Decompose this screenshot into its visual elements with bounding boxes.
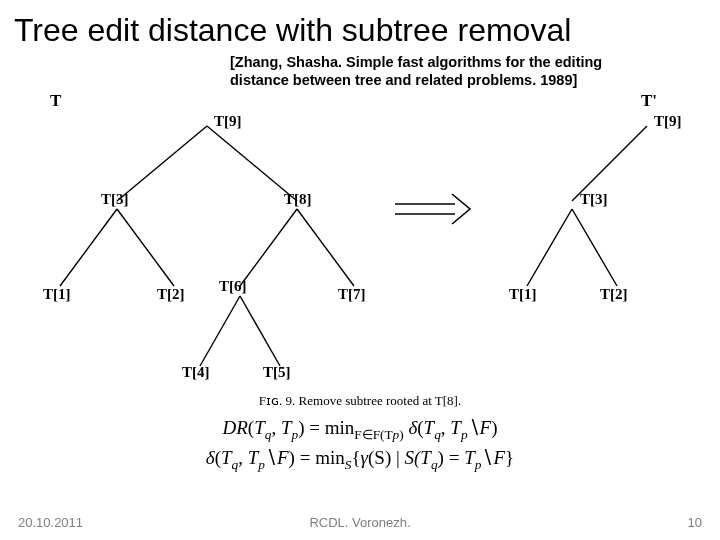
tree-Tp-label: T' <box>641 91 657 111</box>
footer-date: 20.10.2011 <box>18 515 83 530</box>
node-T6: T[6] <box>219 278 247 295</box>
footer-venue: RCDL. Voronezh. <box>309 515 410 530</box>
svg-line-3 <box>117 209 174 286</box>
svg-line-7 <box>240 296 280 366</box>
svg-line-9 <box>527 209 572 286</box>
node-T3: T[3] <box>101 191 129 208</box>
node-Tp9: T[9] <box>654 113 682 130</box>
citation: [Zhang, Shasha. Simple fast algorithms f… <box>230 53 720 89</box>
svg-line-10 <box>572 209 617 286</box>
svg-line-1 <box>207 126 297 201</box>
tree-T-label: T <box>50 91 61 111</box>
svg-line-8 <box>572 126 647 201</box>
slide-title: Tree edit distance with subtree removal <box>0 0 720 53</box>
svg-line-5 <box>297 209 354 286</box>
formula-1: DR(Tq, Tp) = minF∈F(Tp) δ(Tq, Tp∖F) <box>0 415 720 444</box>
node-T4: T[4] <box>182 364 210 381</box>
arrow-icon <box>395 194 470 224</box>
node-Tp3: T[3] <box>580 191 608 208</box>
node-Tp1: T[1] <box>509 286 537 303</box>
node-T5: T[5] <box>263 364 291 381</box>
node-Tp2: T[2] <box>600 286 628 303</box>
svg-line-6 <box>200 296 240 366</box>
svg-line-2 <box>60 209 117 286</box>
formulae: DR(Tq, Tp) = minF∈F(Tp) δ(Tq, Tp∖F) δ(Tq… <box>0 415 720 474</box>
svg-line-4 <box>240 209 297 286</box>
node-T8: T[8] <box>284 191 312 208</box>
figure-caption: Fɪɢ. 9. Remove subtree rooted at T[8]. <box>0 393 720 409</box>
tree-edges <box>0 91 720 391</box>
node-T7: T[7] <box>338 286 366 303</box>
citation-line2: distance between tree and related proble… <box>230 72 577 88</box>
footer-page: 10 <box>688 515 702 530</box>
node-T9: T[9] <box>214 113 242 130</box>
tree-diagram: T T' T[9] T[3] T[8] T[1] T[2] T[6] T[7] … <box>0 91 720 391</box>
citation-line1: [Zhang, Shasha. Simple fast algorithms f… <box>230 54 602 70</box>
svg-line-0 <box>117 126 207 201</box>
formula-2: δ(Tq, Tp∖F) = minS{γ(S) | S(Tq) = Tp∖F} <box>0 445 720 474</box>
node-T2: T[2] <box>157 286 185 303</box>
node-T1: T[1] <box>43 286 71 303</box>
